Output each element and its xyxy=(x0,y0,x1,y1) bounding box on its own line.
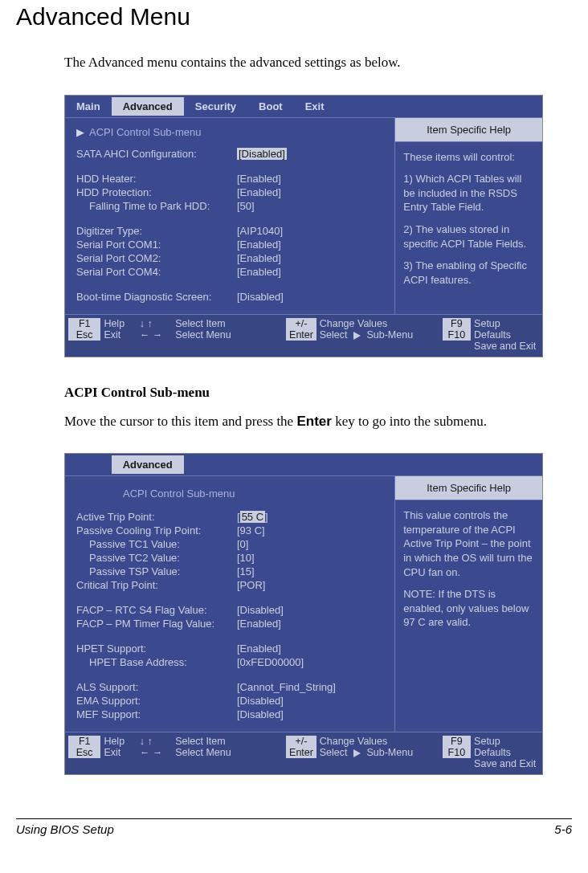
tab-exit[interactable]: Exit xyxy=(294,97,336,116)
setting-value: [Enabled] xyxy=(237,173,281,185)
setup-defaults-text: Setup Defaults xyxy=(474,318,539,341)
setting-row[interactable]: Serial Port COM1:[Enabled] xyxy=(76,239,388,251)
setting-row[interactable]: ALS Support:[Cannot_Find_String] xyxy=(76,681,388,693)
key-enter: Enter xyxy=(286,329,316,341)
select-menu-text: Select Menu xyxy=(175,329,286,341)
tab-main[interactable]: Main xyxy=(65,97,112,116)
setting-value: [Enabled] xyxy=(237,186,281,198)
setting-row[interactable]: Serial Port COM2:[Enabled] xyxy=(76,252,388,264)
key-f1: F1 xyxy=(68,736,100,747)
setting-value: [Enabled] xyxy=(237,252,281,264)
setting-row[interactable]: Digitizer Type:[AIP1040] xyxy=(76,225,388,237)
key-enter: Enter xyxy=(286,747,316,758)
tab-advanced[interactable]: Advanced xyxy=(112,97,184,116)
setting-label: FACP – PM Timer Flag Value: xyxy=(76,618,237,630)
setting-value: [10] xyxy=(237,552,255,564)
page-footer: Using BIOS Setup 5-6 xyxy=(16,818,572,836)
exit-text: Exit xyxy=(104,747,139,758)
tab-security[interactable]: Security xyxy=(184,97,247,116)
setting-row[interactable]: SATA AHCI Configuration:[Disabled] xyxy=(76,148,388,160)
help-header: Item Specific Help xyxy=(395,118,542,142)
setting-value: [Disabled] xyxy=(237,604,284,616)
setting-row[interactable]: Falling Time to Park HDD:[50] xyxy=(76,200,388,212)
setting-value: [55 C] xyxy=(237,511,268,523)
bios-menubar-2: Main Advanced xyxy=(65,454,542,476)
save-exit-text: Save and Exit xyxy=(474,341,539,352)
setting-row[interactable]: HDD Protection:[Enabled] xyxy=(76,186,388,198)
setting-label: HDD Heater: xyxy=(76,173,237,185)
setting-row[interactable]: MEF Support:[Disabled] xyxy=(76,708,388,720)
setting-row[interactable]: EMA Support:[Disabled] xyxy=(76,695,388,707)
help-header-2: Item Specific Help xyxy=(395,476,542,500)
setting-row[interactable]: Passive TC1 Value:[0] xyxy=(76,538,388,550)
setting-row[interactable]: HPET Support:[Enabled] xyxy=(76,643,388,655)
key-f10: F10 xyxy=(443,329,471,341)
setting-value: [Disabled] xyxy=(237,148,287,160)
bios-menubar: Main Advanced Security Boot Exit xyxy=(65,96,542,118)
setting-row[interactable]: Passive TC2 Value:[10] xyxy=(76,552,388,564)
select-item-text: Select Item xyxy=(175,736,286,747)
setting-row[interactable]: HPET Base Address:[0xFED00000] xyxy=(76,656,388,668)
setting-row[interactable]: Active Trip Point:[55 C] xyxy=(76,511,388,523)
tab-boot[interactable]: Boot xyxy=(247,97,294,116)
setting-label: HPET Base Address: xyxy=(89,656,237,668)
setting-label: HPET Support: xyxy=(76,643,237,655)
help-body-2: This value controls the temperature of t… xyxy=(395,500,542,637)
select-menu-text: Select Menu xyxy=(175,747,286,758)
page-title: Advanced Menu xyxy=(16,3,572,31)
acpi-submenu-label: ACPI Control Sub-menu xyxy=(89,126,201,138)
setting-label: SATA AHCI Configuration: xyxy=(76,148,237,160)
setting-label: Serial Port COM1: xyxy=(76,239,237,251)
key-plusminus: +/- xyxy=(286,736,316,747)
bios-keyhelp-bar-2: F1EscHelpExit↓ ↑← →Select ItemSelect Men… xyxy=(65,732,542,774)
leftright-icon: ← → xyxy=(140,747,175,758)
section-text: Move the cursor to this item and press t… xyxy=(64,412,548,431)
setting-label: ALS Support: xyxy=(76,681,237,693)
footer-page-number: 5-6 xyxy=(554,822,572,836)
key-f1: F1 xyxy=(68,318,100,329)
section-heading: ACPI Control Sub-menu xyxy=(64,383,548,402)
setting-value: [Enabled] xyxy=(237,266,281,278)
setting-value: [Disabled] xyxy=(237,708,284,720)
setting-value: [0] xyxy=(237,538,248,550)
triangle-right-icon xyxy=(353,749,361,757)
setting-value: [Enabled] xyxy=(237,618,281,630)
setting-label: Passive TC1 Value: xyxy=(89,538,237,550)
setting-value: [AIP1040] xyxy=(237,225,283,237)
key-esc: Esc xyxy=(68,747,100,758)
triangle-right-icon: ▶ xyxy=(76,126,84,138)
select-submenu-text: Select Sub-Menu xyxy=(320,747,443,758)
setting-label: Active Trip Point: xyxy=(76,511,237,523)
key-f9: F9 xyxy=(443,736,471,747)
footer-label: Using BIOS Setup xyxy=(16,822,114,836)
setting-label: Serial Port COM4: xyxy=(76,266,237,278)
setting-label: Passive TSP Value: xyxy=(89,565,237,577)
setting-row[interactable]: HDD Heater:[Enabled] xyxy=(76,173,388,185)
tab-advanced-2[interactable]: Advanced xyxy=(112,455,184,474)
setting-row[interactable]: FACP – RTC S4 Flag Value:[Disabled] xyxy=(76,604,388,616)
setting-row[interactable]: Boot-time Diagnostic Screen:[Disabled] xyxy=(76,291,388,303)
acpi-submenu-link[interactable]: ▶ ACPI Control Sub-menu xyxy=(76,126,388,138)
setting-row[interactable]: Passive TSP Value:[15] xyxy=(76,565,388,577)
setting-row[interactable]: Passive Cooling Trip Point:[93 C] xyxy=(76,524,388,536)
setting-label: Passive TC2 Value: xyxy=(89,552,237,564)
setting-value: [15] xyxy=(237,565,255,577)
setting-label: Critical Trip Point: xyxy=(76,579,237,591)
select-item-text: Select Item xyxy=(175,318,286,329)
setting-label: Digitizer Type: xyxy=(76,225,237,237)
bios-left-panel: ▶ ACPI Control Sub-menu SATA AHCI Config… xyxy=(65,118,395,314)
help-body: These items will control:1) Which ACPI T… xyxy=(395,142,542,295)
setting-value: [93 C] xyxy=(237,524,265,536)
acpi-subtitle: ACPI Control Sub-menu xyxy=(123,487,388,500)
setup-defaults-text: Setup Defaults xyxy=(474,736,539,758)
leftright-icon: ← → xyxy=(140,329,175,341)
setting-row[interactable]: Critical Trip Point:[POR] xyxy=(76,579,388,591)
enter-key-text: Enter xyxy=(296,414,331,429)
setting-label: Serial Port COM2: xyxy=(76,252,237,264)
setting-value: [Enabled] xyxy=(237,239,281,251)
bios-screenshot-advanced: Main Advanced Security Boot Exit ▶ ACPI … xyxy=(64,95,543,357)
setting-value: [50] xyxy=(237,200,255,212)
help-text: Help xyxy=(104,318,139,329)
setting-row[interactable]: FACP – PM Timer Flag Value:[Enabled] xyxy=(76,618,388,630)
setting-row[interactable]: Serial Port COM4:[Enabled] xyxy=(76,266,388,278)
